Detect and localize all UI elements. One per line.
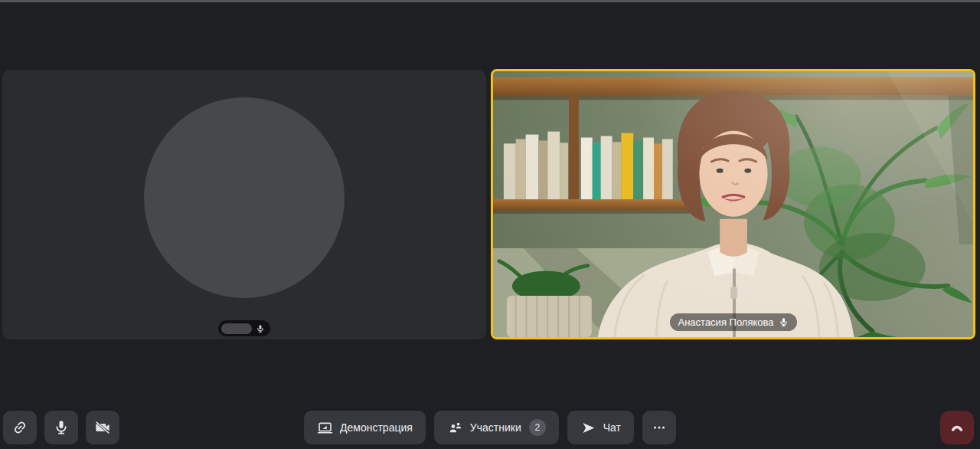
toolbar-left-group: [3, 411, 119, 444]
microphone-button[interactable]: [44, 411, 78, 444]
meeting-window: { "participants_grid": { "local_tile": {…: [0, 0, 980, 449]
more-dots-icon: [651, 419, 668, 436]
mic-icon: [779, 317, 789, 327]
toolbar-center-group: Демонстрация Участники 2 Чат: [304, 411, 676, 444]
local-participant-pill: [218, 320, 270, 336]
hidden-name-placeholder: [221, 323, 252, 334]
hang-up-button[interactable]: [940, 411, 974, 444]
avatar: [144, 97, 345, 298]
participants-button[interactable]: Участники 2: [434, 411, 559, 444]
screen-share-icon: [317, 420, 333, 436]
mic-icon: [256, 324, 265, 333]
active-speaker-name-pill: Анастасия Полякова: [670, 313, 797, 331]
screen-share-label: Демонстрация: [340, 421, 413, 434]
invite-link-icon: [11, 419, 28, 436]
chat-button[interactable]: Чат: [567, 411, 634, 444]
webcam-video-frame: [493, 71, 973, 337]
participants-count-badge: 2: [529, 419, 546, 436]
window-top-edge: [0, 0, 980, 2]
invite-link-button[interactable]: [3, 411, 37, 444]
video-tile-local[interactable]: [2, 70, 486, 339]
more-options-button[interactable]: [642, 411, 676, 444]
send-plane-icon: [580, 420, 596, 436]
camera-off-icon: [94, 419, 111, 436]
chat-label: Чат: [603, 421, 621, 434]
participants-label: Участники: [470, 421, 521, 434]
hang-up-icon: [947, 418, 967, 438]
participant-name: Анастасия Полякова: [678, 317, 774, 327]
screen-share-button[interactable]: Демонстрация: [304, 411, 426, 444]
camera-off-button[interactable]: [86, 411, 119, 444]
video-tile-active-speaker[interactable]: Анастасия Полякова: [491, 69, 975, 339]
microphone-icon: [53, 419, 70, 436]
participants-icon: [447, 420, 463, 436]
